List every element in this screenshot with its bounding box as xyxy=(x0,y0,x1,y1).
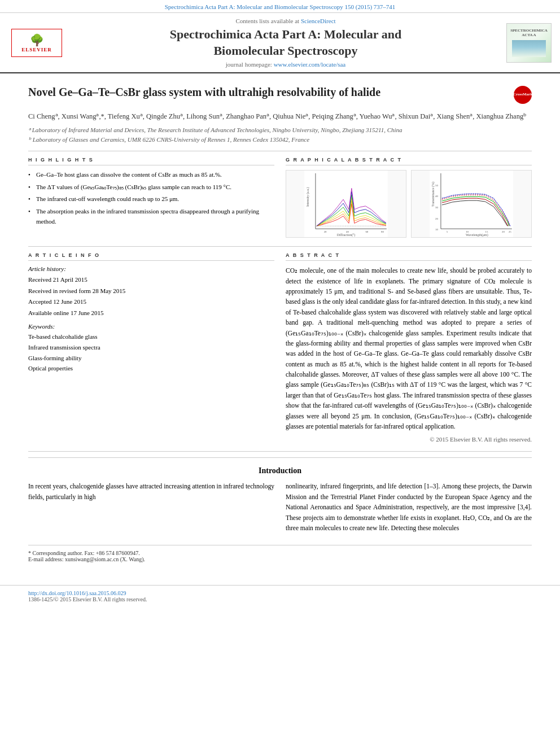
graphical-abstract-label: G R A P H I C A L A B S T R A C T xyxy=(286,157,532,165)
article-info-content: Article history: Received 21 April 2015 … xyxy=(28,265,274,374)
revised-date: Received in revised form 28 May 2015 xyxy=(28,286,274,296)
journal-header-left: 🌳 ELSEVIER xyxy=(6,18,68,68)
svg-rect-9 xyxy=(430,171,513,237)
info-abstract-row: A R T I C L E I N F O Article history: R… xyxy=(28,252,532,443)
highlight-item-3: The infrared cut-off wavelength could re… xyxy=(28,194,274,204)
affiliations: ᵃ Laboratory of Infrared Material and De… xyxy=(28,125,532,144)
svg-text:25: 25 xyxy=(509,230,511,233)
abstract-section: A B S T R A C T CO₂ molecule, one of the… xyxy=(286,252,532,443)
article-title-row: Novel Ge–Ga–Te–CsBr glass system with ul… xyxy=(28,85,532,104)
journal-homepage: journal homepage: www.elsevier.com/locat… xyxy=(226,61,346,68)
svg-text:Wavelength(μm): Wavelength(μm) xyxy=(466,233,488,237)
page-footer: http://dx.doi.org/10.1016/j.saa.2015.06.… xyxy=(0,585,560,607)
footer-issn: 1386-1425/© 2015 Elsevier B.V. All right… xyxy=(28,596,532,602)
svg-text:Transmittance (%): Transmittance (%) xyxy=(431,182,435,207)
svg-text:40: 40 xyxy=(346,230,349,233)
crossmark-badge[interactable]: CrossMark xyxy=(514,86,532,104)
divider-1 xyxy=(28,151,532,151)
svg-text:20: 20 xyxy=(502,230,505,233)
divider-2 xyxy=(28,246,532,247)
keywords-section: Keywords: Te-based chalcohalide glass In… xyxy=(28,323,274,374)
highlights-label: H I G H L I G H T S xyxy=(28,157,274,165)
introduction-section: Introduction In recent years, chalcogeni… xyxy=(28,457,532,562)
chart-transmission-svg: Transmittance (%) Wavelength(μm) 5 10 15… xyxy=(412,171,531,237)
article-history-label: Article history: xyxy=(28,265,274,272)
elsevier-logo: 🌳 ELSEVIER xyxy=(11,29,62,57)
abstract-text: CO₂ molecule, one of the main molecules … xyxy=(286,265,532,431)
journal-header: 🌳 ELSEVIER Contents lists available at S… xyxy=(0,13,560,73)
svg-text:50: 50 xyxy=(435,184,438,187)
svg-text:10: 10 xyxy=(435,228,438,231)
authors-line: Ci Chengᵃ, Xunsi Wangᵃ,*, Tiefeng Xuᵃ, Q… xyxy=(28,111,532,122)
science-direct-link: Contents lists available at ScienceDirec… xyxy=(235,18,335,24)
footer-doi[interactable]: http://dx.doi.org/10.1016/j.saa.2015.06.… xyxy=(28,590,532,596)
affiliation-a: ᵃ Laboratory of Infrared Material and De… xyxy=(28,125,532,135)
intro-right: nonlinearity, infrared fingerprints, and… xyxy=(286,481,532,536)
keyword-3: Glass-forming ability xyxy=(28,353,274,364)
chart-xrd: Intensity (a.u.) Diffraction(°) 20 40 60… xyxy=(286,170,406,238)
article-body: Novel Ge–Ga–Te–CsBr glass system with ul… xyxy=(0,73,560,574)
highlights-section: H I G H L I G H T S Ge–Ga–Te host glass … xyxy=(28,157,274,238)
sciencedirect-anchor[interactable]: ScienceDirect xyxy=(301,18,336,24)
journal-header-center: Contents lists available at ScienceDirec… xyxy=(73,18,498,68)
elsevier-tree-icon: 🌳 xyxy=(30,33,44,47)
svg-text:Diffraction(°): Diffraction(°) xyxy=(337,233,355,237)
svg-text:80: 80 xyxy=(381,230,384,233)
svg-text:30: 30 xyxy=(435,206,438,209)
homepage-link[interactable]: www.elsevier.com/locate/saa xyxy=(274,61,346,68)
available-date: Available online 17 June 2015 xyxy=(28,308,274,318)
svg-text:15: 15 xyxy=(485,230,488,233)
received-date: Received 21 April 2015 xyxy=(28,275,274,285)
footnote: * Corresponding author. Fax: +86 574 876… xyxy=(28,545,532,562)
article-info-section: A R T I C L E I N F O Article history: R… xyxy=(28,252,274,443)
divider-3 xyxy=(28,451,532,452)
svg-text:60: 60 xyxy=(365,230,368,233)
doi-bar: Spectrochimica Acta Part A: Molecular an… xyxy=(0,0,560,13)
highlights-graphical-row: H I G H L I G H T S Ge–Ga–Te host glass … xyxy=(28,157,532,238)
svg-text:10: 10 xyxy=(466,230,469,233)
abstract-copyright: © 2015 Elsevier B.V. All rights reserved… xyxy=(286,436,532,443)
footnote-email: E-mail address: xunsiwang@siom.ac.cn (X.… xyxy=(28,556,532,562)
intro-left: In recent years, chalcogenide glasses ha… xyxy=(28,481,274,536)
abstract-label: A B S T R A C T xyxy=(286,252,532,261)
doi-text: Spectrochimica Acta Part A: Molecular an… xyxy=(165,3,396,10)
highlights-list: Ge–Ga–Te host glass can dissolve the con… xyxy=(28,170,274,226)
accepted-date: Accepted 12 June 2015 xyxy=(28,297,274,307)
introduction-columns: In recent years, chalcogenide glasses ha… xyxy=(28,481,532,536)
highlight-item-1: Ge–Ga–Te host glass can dissolve the con… xyxy=(28,170,274,180)
chart-transmission: Transmittance (%) Wavelength(μm) 5 10 15… xyxy=(411,170,532,238)
svg-text:40: 40 xyxy=(435,195,438,198)
graphical-abstract-charts: Intensity (a.u.) Diffraction(°) 20 40 60… xyxy=(286,170,532,238)
chart-xrd-svg: Intensity (a.u.) Diffraction(°) 20 40 60… xyxy=(286,171,406,237)
affiliation-b: ᵇ Laboratory of Glasses and Ceramics, UM… xyxy=(28,135,532,145)
elsevier-brand: ELSEVIER xyxy=(21,47,52,53)
journal-title: Spectrochimica Acta Part A: Molecular an… xyxy=(170,27,401,59)
journal-logo-box: SPECTROCHIMICA ACTA A xyxy=(506,23,552,63)
article-info-label: A R T I C L E I N F O xyxy=(28,252,274,261)
keyword-4: Optical properties xyxy=(28,363,274,374)
journal-header-right: SPECTROCHIMICA ACTA A xyxy=(504,18,554,68)
article-title-text: Novel Ge–Ga–Te–CsBr glass system with ul… xyxy=(28,85,508,99)
highlight-item-4: The absorption peaks in the infrared tra… xyxy=(28,207,274,226)
keyword-1: Te-based chalcohalide glass xyxy=(28,331,274,342)
svg-text:20: 20 xyxy=(435,217,438,220)
svg-rect-0 xyxy=(304,171,388,237)
introduction-title: Introduction xyxy=(28,466,532,475)
svg-text:20: 20 xyxy=(324,230,327,233)
keyword-2: Infrared transmission spectra xyxy=(28,342,274,353)
svg-text:Intensity (a.u.): Intensity (a.u.) xyxy=(306,187,310,207)
keywords-list: Te-based chalcohalide glass Infrared tra… xyxy=(28,331,274,374)
highlight-item-2: The ΔT values of (Ge₁₅Ga₁₀Te₇₅)₈₅ (CsBr)… xyxy=(28,182,274,193)
graphical-abstract-section: G R A P H I C A L A B S T R A C T Intens… xyxy=(286,157,532,238)
footnote-star: * Corresponding author. Fax: +86 574 876… xyxy=(28,550,532,556)
keywords-label: Keywords: xyxy=(28,323,274,330)
